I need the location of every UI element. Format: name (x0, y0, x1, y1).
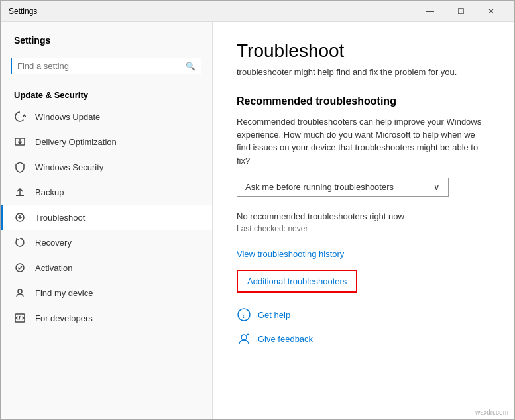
delivery-optimization-icon (14, 136, 26, 148)
sidebar-item-for-developers[interactable]: For developers (1, 305, 212, 331)
additional-troubleshooters-box: Additional troubleshooters (237, 270, 357, 293)
give-feedback-link[interactable]: Give feedback (258, 334, 313, 344)
recommended-section-desc: Recommended troubleshooters can help imp… (237, 115, 490, 167)
find-my-device-icon (14, 287, 26, 299)
give-feedback-icon (237, 331, 251, 346)
main-content: Troubleshoot troubleshooter might help f… (213, 22, 514, 419)
page-subtitle: troubleshooter might help find and fix t… (237, 67, 490, 77)
sidebar-item-windows-update[interactable]: Windows Update (1, 104, 212, 129)
sidebar-item-activation[interactable]: Activation (1, 255, 212, 280)
get-help-row: ? Get help (237, 307, 490, 322)
svg-point-4 (18, 289, 22, 293)
last-checked-label: Last checked: never (237, 224, 490, 233)
troubleshoot-icon (14, 211, 26, 223)
sidebar-item-label: Troubleshoot (35, 213, 85, 223)
close-button[interactable]: ✕ (476, 1, 506, 22)
no-troubleshooters-status: No recommended troubleshooters right now (237, 211, 490, 221)
search-icon: 🔍 (186, 62, 196, 71)
view-history-link[interactable]: View troubleshooting history (237, 249, 490, 259)
get-help-link[interactable]: Get help (258, 310, 290, 320)
window-title: Settings (9, 7, 415, 16)
sidebar-item-backup[interactable]: Backup (1, 180, 212, 205)
chevron-down-icon: ∨ (433, 182, 440, 192)
sidebar-item-label: Delivery Optimization (35, 137, 117, 147)
content-area: Settings 🔍 Update & Security Windows Upd… (1, 22, 514, 419)
sidebar-item-label: Backup (35, 187, 64, 197)
sidebar-item-label: Recovery (35, 238, 72, 248)
sidebar-item-recovery[interactable]: Recovery (1, 230, 212, 255)
sidebar-item-label: Windows Update (35, 112, 100, 122)
recommended-section-title: Recommended troubleshooting (237, 95, 490, 107)
page-title: Troubleshoot (237, 40, 490, 62)
activation-icon (14, 262, 26, 274)
watermark: wsxdn.com (475, 409, 508, 416)
troubleshooters-dropdown[interactable]: Ask me before running troubleshooters ∨ (237, 178, 449, 197)
minimize-button[interactable]: — (415, 1, 445, 22)
dropdown-value: Ask me before running troubleshooters (245, 182, 394, 192)
svg-point-8 (241, 335, 247, 340)
sidebar-item-label: Activation (35, 263, 72, 273)
title-bar: Settings — ☐ ✕ (1, 1, 514, 22)
sidebar-item-troubleshoot[interactable]: Troubleshoot (1, 205, 212, 230)
search-input[interactable] (17, 61, 186, 71)
sidebar-item-label: Find my device (35, 288, 93, 298)
recovery-icon (14, 236, 26, 248)
windows-update-icon (14, 111, 26, 123)
sidebar: Settings 🔍 Update & Security Windows Upd… (1, 22, 213, 419)
get-help-icon: ? (237, 307, 251, 322)
sidebar-item-delivery-optimization[interactable]: Delivery Optimization (1, 129, 212, 154)
for-developers-icon (14, 312, 26, 324)
sidebar-header: Settings (1, 22, 212, 52)
sidebar-item-label: For developers (35, 313, 93, 323)
window-controls: — ☐ ✕ (415, 1, 506, 22)
sidebar-item-label: Windows Security (35, 162, 103, 172)
give-feedback-row: Give feedback (237, 331, 490, 346)
svg-text:?: ? (242, 311, 245, 320)
backup-icon (14, 186, 26, 198)
sidebar-section-label: Update & Security (1, 85, 212, 104)
svg-rect-1 (16, 195, 24, 196)
additional-troubleshooters-link[interactable]: Additional troubleshooters (247, 276, 347, 286)
windows-security-icon (14, 161, 26, 173)
search-box[interactable]: 🔍 (11, 58, 201, 74)
sidebar-item-windows-security[interactable]: Windows Security (1, 154, 212, 180)
sidebar-item-find-my-device[interactable]: Find my device (1, 280, 212, 305)
maximize-button[interactable]: ☐ (445, 1, 476, 22)
